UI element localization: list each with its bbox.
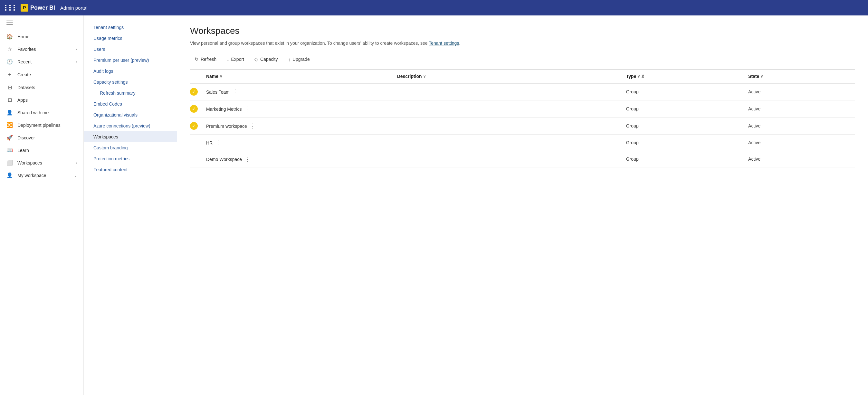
sidebar-item-recent[interactable]: 🕐 Recent › (0, 55, 84, 68)
row-type: Group (626, 83, 748, 100)
row-type: Group (626, 135, 748, 151)
col-state-header[interactable]: State ∨ (748, 70, 855, 83)
sidebar-item-learn[interactable]: 📖 Learn (0, 144, 84, 157)
row-state: Active (748, 83, 855, 100)
row-status-cell (190, 151, 206, 167)
hamburger-menu[interactable] (0, 15, 84, 30)
datasets-icon: ⊞ (6, 84, 13, 91)
admin-sidebar-protection[interactable]: Protection metrics (84, 153, 177, 164)
row-type: Group (626, 100, 748, 118)
row-description (397, 100, 626, 118)
row-type: Group (626, 118, 748, 135)
sidebar-item-myworkspace[interactable]: 👤 My workspace ⌄ (0, 169, 84, 182)
row-name: Demo Workspace⋮ (206, 151, 397, 167)
sidebar-item-datasets[interactable]: ⊞ Datasets (0, 81, 84, 94)
workspaces-icon: ⬜ (6, 160, 13, 166)
admin-sidebar-premium[interactable]: Premium per user (preview) (84, 55, 177, 66)
refresh-icon: ↻ (194, 56, 199, 62)
row-description (397, 118, 626, 135)
sort-state-icon: ∨ (761, 74, 763, 78)
sidebar-label-workspaces: Workspaces (18, 160, 42, 165)
sidebar-label-deployment: Deployment pipelines (18, 123, 61, 128)
row-state: Active (748, 135, 855, 151)
sidebar-item-create[interactable]: ＋ Create (0, 68, 84, 81)
home-icon: 🏠 (6, 33, 13, 40)
sidebar-label-create: Create (18, 72, 31, 77)
export-button[interactable]: ↓ Export (222, 55, 249, 64)
grid-menu-icon[interactable] (5, 5, 17, 11)
status-badge: ✓ (190, 105, 198, 113)
admin-sidebar-workspaces[interactable]: Workspaces (84, 131, 177, 142)
sidebar-item-workspaces[interactable]: ⬜ Workspaces › (0, 157, 84, 169)
sidebar-label-datasets: Datasets (18, 85, 35, 90)
create-icon: ＋ (6, 71, 13, 78)
sidebar-item-deployment[interactable]: 🔀 Deployment pipelines (0, 119, 84, 131)
refresh-button[interactable]: ↻ Refresh (190, 55, 221, 64)
table-row[interactable]: ✓Marketing Metrics⋮GroupActive (190, 100, 855, 118)
row-state: Active (748, 151, 855, 167)
admin-sidebar-usage[interactable]: Usage metrics (84, 33, 177, 44)
admin-sidebar-users[interactable]: Users (84, 44, 177, 55)
sort-desc-icon: ∨ (423, 74, 426, 78)
admin-sidebar-featured[interactable]: Featured content (84, 164, 177, 175)
favorites-icon: ☆ (6, 46, 13, 52)
row-context-menu[interactable]: ⋮ (230, 88, 241, 96)
row-state: Active (748, 118, 855, 135)
tenant-settings-link[interactable]: Tenant settings (429, 40, 459, 46)
admin-sidebar-azure[interactable]: Azure connections (preview) (84, 121, 177, 131)
admin-portal-title: Admin portal (60, 5, 87, 11)
left-sidebar: 🏠 Home ☆ Favorites › 🕐 Recent › ＋ Create… (0, 15, 84, 395)
row-context-menu[interactable]: ⋮ (213, 139, 223, 146)
top-navigation: P Power BI Admin portal (0, 0, 868, 15)
col-desc-header[interactable]: Description ∨ (397, 70, 626, 83)
table-row[interactable]: HR⋮GroupActive (190, 135, 855, 151)
admin-sidebar-orgvisuals[interactable]: Organizational visuals (84, 109, 177, 121)
sidebar-item-shared[interactable]: 👤 Shared with me (0, 106, 84, 119)
sidebar-item-home[interactable]: 🏠 Home (0, 30, 84, 43)
status-badge: ✓ (190, 122, 198, 130)
admin-sidebar-audit[interactable]: Audit logs (84, 66, 177, 77)
page-title: Workspaces (190, 26, 855, 36)
sidebar-label-shared: Shared with me (18, 110, 49, 115)
row-context-menu[interactable]: ⋮ (242, 155, 253, 163)
chevron-right-icon: › (76, 47, 77, 52)
row-description (397, 151, 626, 167)
page-description: View personal and group workspaces that … (190, 40, 855, 47)
sidebar-item-discover[interactable]: 🚀 Discover (0, 131, 84, 144)
recent-icon: 🕐 (6, 59, 13, 65)
chevron-right-icon: › (76, 161, 77, 165)
table-row[interactable]: ✓Premium workspace⋮GroupActive (190, 118, 855, 135)
row-context-menu[interactable]: ⋮ (247, 122, 258, 130)
row-status-cell: ✓ (190, 100, 206, 118)
row-description (397, 135, 626, 151)
logo-text: Power BI (30, 4, 55, 11)
app-logo: P Power BI (21, 4, 55, 11)
export-icon: ↓ (227, 57, 229, 62)
row-name: HR⋮ (206, 135, 397, 151)
admin-sidebar-capacity[interactable]: Capacity settings (84, 77, 177, 88)
sidebar-item-favorites[interactable]: ☆ Favorites › (0, 43, 84, 55)
shared-icon: 👤 (6, 109, 13, 116)
capacity-button[interactable]: ◇ Capacity (250, 55, 282, 64)
table-row[interactable]: ✓Sales Team⋮GroupActive (190, 83, 855, 100)
row-context-menu[interactable]: ⋮ (242, 105, 252, 113)
row-name: Marketing Metrics⋮ (206, 100, 397, 118)
admin-sidebar-tenant[interactable]: Tenant settings (84, 22, 177, 33)
row-type: Group (626, 151, 748, 167)
upgrade-button[interactable]: ↑ Upgrade (283, 55, 314, 64)
admin-sidebar: Tenant settings Usage metrics Users Prem… (84, 15, 177, 395)
sidebar-label-home: Home (18, 34, 29, 39)
admin-sidebar-embed[interactable]: Embed Codes (84, 99, 177, 109)
sidebar-label-discover: Discover (18, 135, 35, 140)
admin-sidebar-branding[interactable]: Custom branding (84, 142, 177, 153)
col-name-header[interactable]: Name ∨ (206, 70, 397, 83)
chevron-down-icon: ⌄ (74, 173, 77, 178)
admin-sidebar-refresh[interactable]: Refresh summary (84, 88, 177, 99)
upgrade-icon: ↑ (288, 57, 290, 62)
col-checkbox (190, 70, 206, 83)
filter-type-icon[interactable]: ⊻ (641, 74, 645, 79)
table-row[interactable]: Demo Workspace⋮GroupActive (190, 151, 855, 167)
col-type-header[interactable]: Type ∨ ⊻ (626, 70, 748, 83)
learn-icon: 📖 (6, 147, 13, 153)
sidebar-item-apps[interactable]: ⊡ Apps (0, 94, 84, 106)
